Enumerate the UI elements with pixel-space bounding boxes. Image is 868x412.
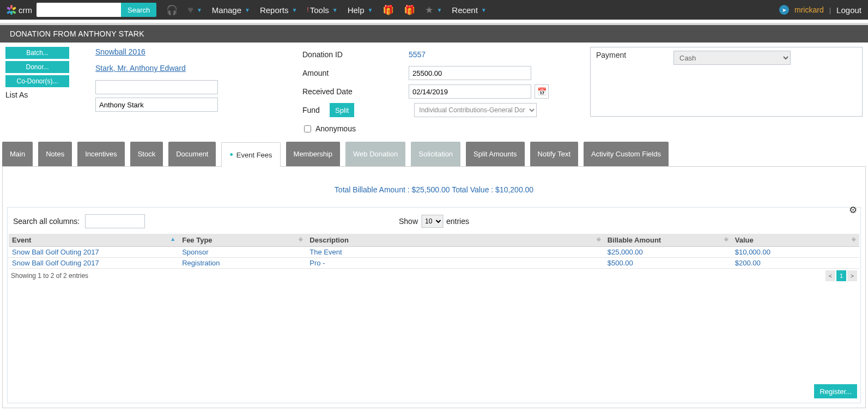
tab-notes[interactable]: Notes <box>38 142 72 166</box>
pager-page-1[interactable]: 1 <box>836 270 846 281</box>
col-desc[interactable]: Description◆ <box>306 234 604 247</box>
search-all-input[interactable] <box>85 214 145 228</box>
logout-link[interactable]: Logout <box>836 5 861 15</box>
event-link[interactable]: Snow Ball Golf Outing 2017 <box>12 259 99 267</box>
col-feetype[interactable]: Fee Type◆ <box>179 234 306 247</box>
chevron-down-icon: ▼ <box>368 7 373 13</box>
nav-manage[interactable]: Manage▼ <box>210 5 252 15</box>
listas-label: List As <box>5 90 90 99</box>
tab-activitycf[interactable]: Activity Custom Fields <box>584 142 669 166</box>
calendar-icon: 📅 <box>537 87 547 96</box>
register-button[interactable]: Register... <box>814 384 857 398</box>
received-date-input[interactable] <box>409 84 531 99</box>
split-button[interactable]: Split <box>330 103 354 117</box>
sort-icon: ◆ <box>724 236 729 242</box>
cell-billable: $500.00 <box>604 258 732 269</box>
brand-swirl-icon <box>7 5 16 15</box>
tab-splitamounts[interactable]: Split Amounts <box>466 142 525 166</box>
cell-feetype: Registration <box>179 258 306 269</box>
show-label: Show <box>399 217 418 226</box>
donation-id-label: Donation ID <box>302 50 409 59</box>
user-badge-icon[interactable]: ➤ <box>779 5 789 15</box>
fund-select[interactable]: Individual Contributions-General Don <box>414 103 537 117</box>
pager: < 1 > <box>825 270 857 281</box>
topbar-right: ➤ mrickard | Logout <box>779 5 861 15</box>
table-row[interactable]: Snow Ball Golf Outing 2017 Sponsor The E… <box>9 247 859 258</box>
heart-icon[interactable]: ♥▼ <box>185 4 204 16</box>
pagesize-select[interactable]: 10 <box>421 215 443 228</box>
table-row[interactable]: Snow Ball Golf Outing 2017 Registration … <box>9 258 859 269</box>
nav-recent[interactable]: Recent▼ <box>450 5 488 15</box>
tab-webdonation: Web Donation <box>345 142 405 166</box>
cell-feetype: Sponsor <box>179 247 306 258</box>
brand: crm <box>7 5 32 15</box>
gear-icon[interactable]: ⚙ <box>849 204 857 216</box>
entries-label: entries <box>446 217 469 226</box>
tab-incentives[interactable]: Incentives <box>77 142 125 166</box>
form-area: Batch... Donor... Co-Donor(s)... List As… <box>0 43 868 142</box>
username[interactable]: mrickard <box>794 5 824 14</box>
donation-id-value[interactable]: 5557 <box>409 50 426 59</box>
tab-main[interactable]: Main <box>2 142 33 166</box>
star-icon[interactable]: ★▼ <box>423 4 444 16</box>
anonymous-checkbox[interactable] <box>304 125 311 132</box>
calendar-button[interactable]: 📅 <box>535 84 549 99</box>
listas-input[interactable] <box>95 98 218 112</box>
gift-multi-icon[interactable]: 🎁 <box>402 4 417 16</box>
sort-icon: ◆ <box>852 236 856 242</box>
gift-icon[interactable]: 🎁 <box>380 4 396 16</box>
tab-solicitation: Solicitation <box>411 142 460 166</box>
batch-button[interactable]: Batch... <box>5 47 69 59</box>
nav-tools[interactable]: !Tools▼ <box>305 5 339 15</box>
donor-link[interactable]: Stark, Mr. Anthony Edward <box>95 64 186 72</box>
nav-help[interactable]: Help▼ <box>345 5 375 15</box>
tab-membership[interactable]: Membership <box>286 142 341 166</box>
event-link[interactable]: Snow Ball Golf Outing 2017 <box>12 248 99 256</box>
payment-box: Payment Cash <box>590 47 863 117</box>
fields-col: Donation ID 5557 Amount Received Date 📅 … <box>302 47 585 140</box>
col-event[interactable]: Event▲ <box>9 234 179 247</box>
topbar: crm Search 🎧 ♥▼ Manage▼ Reports▼ !Tools▼… <box>0 0 868 20</box>
divider: | <box>829 6 831 14</box>
dt-toolbar: Search all columns: Show 10 entries <box>9 209 859 234</box>
codonor-input[interactable] <box>95 80 218 94</box>
codonors-button[interactable]: Co-Donor(s)... <box>5 75 69 87</box>
summary-line: Total Billable Amount : $25,500.00 Total… <box>7 185 861 194</box>
donor-button[interactable]: Donor... <box>5 61 69 73</box>
sort-icon: ◆ <box>597 236 601 242</box>
cell-value: $10,000.00 <box>732 247 859 258</box>
donor-col: Snowball 2016 Stark, Mr. Anthony Edward <box>95 47 297 140</box>
nav-reports[interactable]: Reports▼ <box>258 5 299 15</box>
showing-line: Showing 1 to 2 of 2 entries <box>9 269 90 283</box>
tab-stock[interactable]: Stock <box>130 142 163 166</box>
received-date-label: Received Date <box>302 87 409 96</box>
pager-prev[interactable]: < <box>825 270 835 281</box>
tab-document[interactable]: Document <box>168 142 216 166</box>
headphones-icon[interactable]: 🎧 <box>164 4 180 16</box>
search-input[interactable] <box>37 3 121 17</box>
amount-input[interactable] <box>409 66 531 80</box>
event-fees-panel: Total Billable Amount : $25,500.00 Total… <box>2 166 866 408</box>
pager-next[interactable]: > <box>847 270 857 281</box>
nav-items: 🎧 ♥▼ Manage▼ Reports▼ !Tools▼ Help▼ 🎁 🎁 … <box>164 4 489 16</box>
chevron-down-icon: ▼ <box>245 7 250 13</box>
tab-eventfees[interactable]: •Event Fees <box>221 142 280 167</box>
left-buttons-col: Batch... Donor... Co-Donor(s)... List As <box>5 47 90 140</box>
search-button[interactable]: Search <box>121 3 156 17</box>
col-billable[interactable]: Billable Amount◆ <box>604 234 732 247</box>
alert-dot-icon: ! <box>307 6 308 14</box>
chevron-down-icon: ▼ <box>481 7 487 13</box>
payment-col: Payment Cash <box>590 47 863 140</box>
cell-desc: The Event <box>306 247 604 258</box>
global-search: Search <box>37 3 156 17</box>
event-fees-table: Event▲ Fee Type◆ Description◆ Billable A… <box>9 234 859 269</box>
cell-billable: $25,000.00 <box>604 247 732 258</box>
tab-notifytext[interactable]: Notify Text <box>530 142 578 166</box>
active-dot-icon: • <box>229 152 233 157</box>
batch-link[interactable]: Snowball 2016 <box>95 47 145 56</box>
chevron-down-icon: ▼ <box>332 7 338 13</box>
payment-select[interactable]: Cash <box>673 51 791 65</box>
col-value[interactable]: Value◆ <box>732 234 859 247</box>
tabs: Main Notes Incentives Stock Document •Ev… <box>0 142 868 166</box>
anonymous-label: Anonymous <box>315 124 356 133</box>
